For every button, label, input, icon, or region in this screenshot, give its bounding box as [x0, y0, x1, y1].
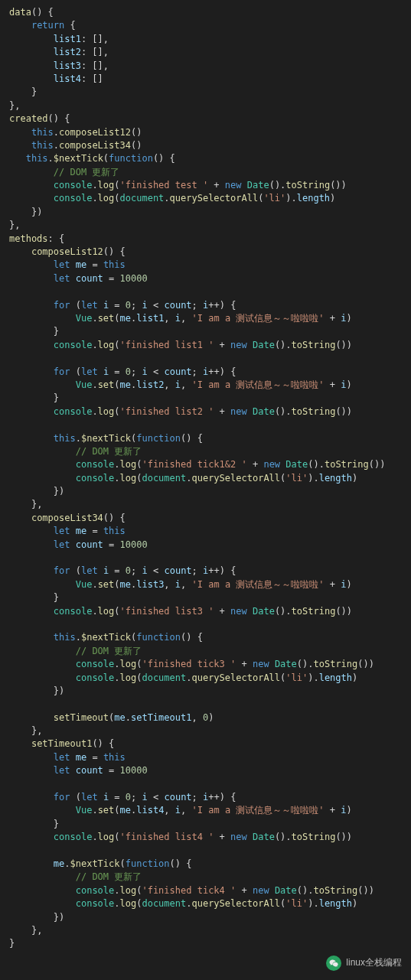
dom-comment: // DOM 更新了: [54, 167, 120, 177]
prop-list1: list1: [54, 34, 81, 44]
code-editor[interactable]: data() { return { list1: [], list2: [], …: [0, 0, 411, 957]
prop-list2: list2: [54, 47, 81, 57]
prop-list4: list4: [54, 73, 81, 84]
watermark: linux全栈编程: [326, 956, 402, 957]
prop-list3: list3: [54, 60, 81, 71]
wechat-icon: [326, 956, 341, 957]
